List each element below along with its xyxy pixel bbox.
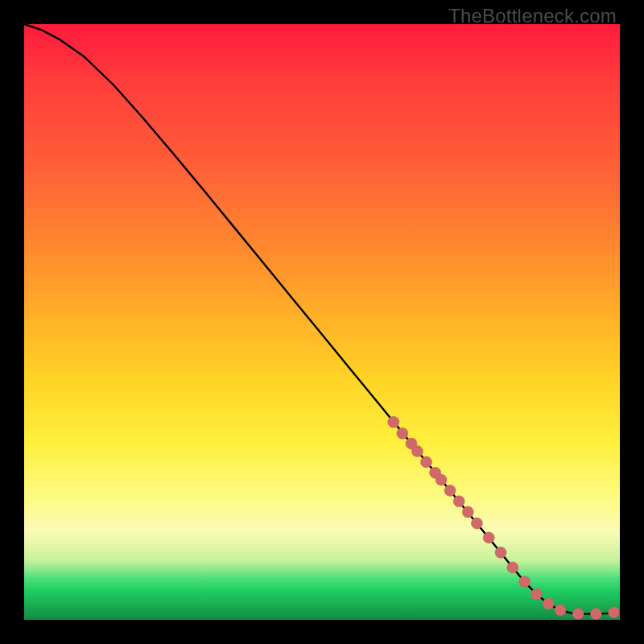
chart-overlay xyxy=(24,24,620,620)
highlight-point xyxy=(411,446,423,457)
chart-stage: TheBottleneck.com xyxy=(0,0,644,644)
highlight-point xyxy=(462,506,473,518)
highlighted-points-group xyxy=(388,416,620,619)
highlight-point xyxy=(483,532,494,543)
highlight-point xyxy=(397,427,408,439)
highlight-point xyxy=(590,609,601,620)
highlight-point xyxy=(609,607,620,618)
highlight-point xyxy=(530,588,542,600)
highlight-point xyxy=(543,598,554,609)
highlight-point xyxy=(421,456,432,468)
highlight-point xyxy=(388,416,399,427)
highlight-point xyxy=(436,474,447,485)
highlight-point xyxy=(495,547,506,558)
highlight-point xyxy=(555,605,566,616)
highlight-point xyxy=(444,485,456,496)
highlight-point xyxy=(471,518,482,529)
highlight-point xyxy=(572,609,584,620)
highlight-point xyxy=(453,496,464,507)
bottleneck-curve xyxy=(24,24,620,614)
highlight-point xyxy=(507,562,518,573)
highlight-point xyxy=(519,576,530,588)
